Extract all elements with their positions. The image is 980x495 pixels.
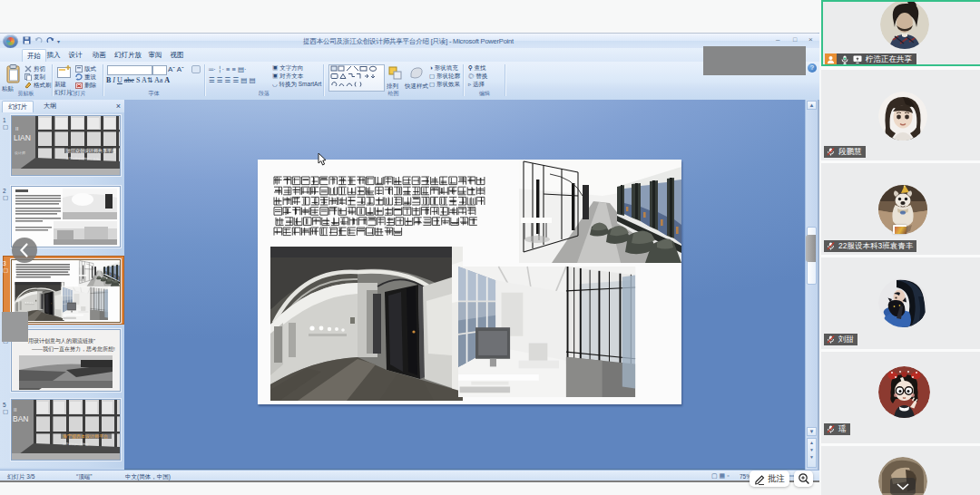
svg-text:海宁服饰设计师协会: 海宁服饰设计师协会 bbox=[63, 442, 90, 446]
svg-text:海宁提西本服饰设计 发布: 海宁提西本服饰设计 发布 bbox=[66, 157, 100, 160]
svg-text:II: II bbox=[15, 126, 19, 131]
svg-text:浙江众创设计师共享平台: 浙江众创设计师共享平台 bbox=[66, 148, 116, 154]
svg-text:——我们一直在努力，思考您所想!: ——我们一直在努力，思考您所想! bbox=[32, 345, 115, 353]
svg-text:LIAN: LIAN bbox=[14, 133, 31, 142]
svg-text:“用设计创意与人的潮流链接”: “用设计创意与人的潮流链接” bbox=[26, 337, 95, 345]
svg-text:BAN: BAN bbox=[13, 414, 28, 423]
svg-text:II: II bbox=[14, 407, 17, 412]
svg-text:设计师: 设计师 bbox=[15, 150, 25, 155]
svg-text:海宁提西本设计师平台: 海宁提西本设计师平台 bbox=[63, 433, 108, 440]
